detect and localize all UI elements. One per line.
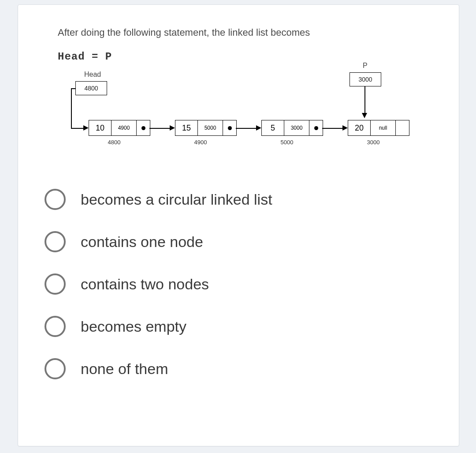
- radio-unchecked-icon[interactable]: [45, 358, 66, 379]
- head-box: 4800: [75, 81, 107, 95]
- node-value: 15: [175, 120, 198, 136]
- node-value: 10: [89, 120, 112, 136]
- node-pointer: 3000: [284, 120, 309, 136]
- diagram-line: [71, 88, 72, 128]
- arrow-right-icon: [256, 125, 261, 131]
- node-address: 4800: [101, 139, 127, 146]
- answer-options: becomes a circular linked list contains …: [58, 189, 432, 379]
- list-node: 20 null: [348, 120, 409, 136]
- list-node: 5 3000: [261, 120, 323, 136]
- diagram-line: [364, 86, 365, 113]
- head-label: Head: [84, 71, 101, 79]
- node-link-cell: [137, 120, 150, 136]
- list-node: 10 4900: [89, 120, 150, 136]
- option-label: contains one node: [81, 233, 203, 251]
- radio-unchecked-icon[interactable]: [45, 231, 66, 252]
- node-value: 20: [348, 120, 371, 136]
- node-address: 5000: [274, 139, 300, 146]
- diagram-line: [149, 128, 170, 129]
- question-card: After doing the following statement, the…: [18, 4, 459, 446]
- node-pointer: null: [371, 120, 396, 136]
- radio-unchecked-icon[interactable]: [45, 273, 66, 295]
- diagram-line: [71, 88, 75, 89]
- option-label: contains two nodes: [81, 276, 209, 293]
- answer-option[interactable]: contains two nodes: [58, 273, 432, 295]
- node-address: 3000: [360, 139, 387, 146]
- node-link-cell: [223, 120, 237, 136]
- radio-unchecked-icon[interactable]: [45, 316, 66, 337]
- node-pointer: 4900: [112, 120, 137, 136]
- diagram-line: [71, 128, 83, 129]
- question-code: Head = P: [58, 51, 432, 63]
- diagram-line: [236, 128, 256, 129]
- arrow-right-icon: [83, 125, 89, 131]
- dot-icon: [314, 126, 318, 130]
- node-address: 4900: [187, 139, 214, 146]
- arrow-right-icon: [170, 125, 175, 131]
- node-link-cell: [396, 120, 409, 136]
- linked-list-diagram: Head 4800 P 3000 10 4900 4800 15: [53, 71, 415, 168]
- p-label: P: [363, 62, 368, 70]
- list-node: 15 5000: [175, 120, 237, 136]
- node-value: 5: [261, 120, 284, 136]
- dot-icon: [141, 126, 145, 130]
- question-content: After doing the following statement, the…: [18, 5, 459, 418]
- arrow-right-icon: [342, 125, 348, 131]
- diagram-line: [322, 128, 342, 129]
- answer-option[interactable]: contains one node: [58, 231, 432, 252]
- option-label: becomes a circular linked list: [81, 191, 272, 208]
- arrow-down-icon: [362, 113, 367, 118]
- question-prompt: After doing the following statement, the…: [58, 27, 432, 38]
- node-link-cell: [309, 120, 323, 136]
- p-box: 3000: [350, 72, 381, 86]
- answer-option[interactable]: none of them: [58, 358, 432, 379]
- option-label: none of them: [81, 360, 168, 378]
- option-label: becomes empty: [81, 318, 186, 335]
- answer-option[interactable]: becomes a circular linked list: [58, 189, 432, 210]
- node-pointer: 5000: [198, 120, 223, 136]
- answer-option[interactable]: becomes empty: [58, 316, 432, 337]
- dot-icon: [228, 126, 232, 130]
- radio-unchecked-icon[interactable]: [45, 189, 66, 210]
